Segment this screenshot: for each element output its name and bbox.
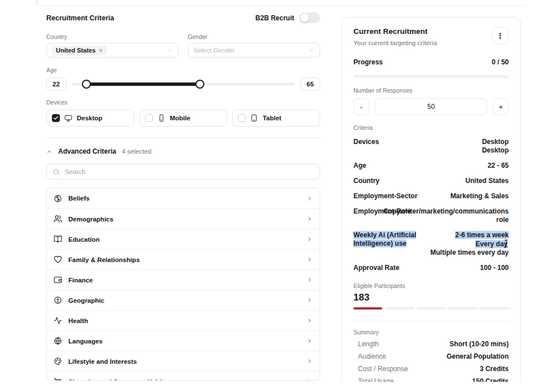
category-geographic[interactable]: Geographic [47, 290, 320, 310]
category-demographics[interactable]: Demographics [47, 208, 320, 229]
search-placeholder: Search [65, 168, 85, 175]
device-option-desktop[interactable]: Desktop [46, 110, 134, 127]
device-option-tablet[interactable]: Tablet [232, 110, 320, 127]
slider-handle-max[interactable] [195, 80, 204, 89]
chevron-up-icon [46, 149, 53, 155]
criteria-value: Desktop [482, 146, 509, 155]
country-chip: United States × [52, 46, 107, 55]
criteria-value: Desktop [482, 138, 509, 146]
category-label: Education [68, 236, 300, 243]
chevron-right-icon [307, 195, 313, 202]
cart-icon [54, 377, 62, 381]
category-label: Beliefs [68, 195, 300, 202]
checkbox-checked[interactable] [52, 114, 60, 122]
criteria-row-approval-rate: Approval Rate 100 - 100 [353, 264, 509, 272]
age-max-input[interactable]: 65 [300, 77, 320, 91]
summary-value: Short (10-20 mins) [449, 340, 509, 348]
viewport-crop-mask [0, 382, 542, 392]
criteria-key: Country [353, 177, 379, 185]
panel-title: Recruitment Criteria [46, 14, 114, 22]
advanced-criteria-label: Advanced Criteria [58, 147, 116, 155]
eligibility-meter [353, 307, 509, 310]
category-finance[interactable]: Finance [47, 269, 320, 290]
gender-label: Gender [188, 33, 321, 40]
category-education[interactable]: Education [47, 229, 320, 249]
card-divider [353, 321, 509, 321]
country-select[interactable]: United States × [46, 43, 179, 58]
criteria-value: Copywriter/marketing/communications role [373, 207, 509, 224]
section-divider [46, 137, 320, 138]
toggle-knob [300, 14, 309, 22]
criteria-key: Age [353, 162, 366, 170]
selected-text: 2-6 times a week [455, 231, 509, 239]
category-family-relationships[interactable]: Family & Relationships [47, 249, 320, 269]
chevron-right-icon [307, 277, 313, 283]
check-icon [53, 115, 59, 121]
meter-segment [480, 307, 509, 310]
progress-label: Progress [353, 58, 383, 66]
slider-active-range [86, 82, 200, 86]
chevron-right-icon [307, 378, 313, 381]
checkbox-unchecked[interactable] [145, 114, 153, 122]
monitor-icon [64, 114, 72, 122]
search-input[interactable]: Search [46, 164, 320, 180]
meter-segment [385, 307, 414, 310]
criteria-key: Approval Rate [353, 264, 399, 272]
advanced-criteria-toggle[interactable]: Advanced Criteria 4 selected [46, 147, 320, 155]
location-icon [54, 296, 62, 304]
category-label: Lifestyle and Interests [68, 358, 300, 365]
device-label: Mobile [170, 115, 190, 121]
category-lifestyle-interests[interactable]: Lifestyle and Interests [47, 351, 320, 371]
smartphone-icon [158, 114, 165, 122]
card-subtitle: Your current targeting criteria [353, 40, 437, 46]
responses-label: Number of Responses [353, 87, 509, 94]
card-title: Current Recruitment [353, 27, 437, 36]
chevron-down-icon [308, 47, 314, 54]
age-range-slider [72, 79, 294, 89]
progress-bar [353, 75, 509, 78]
checkbox-unchecked[interactable] [238, 114, 246, 122]
criteria-value: 22 - 65 [488, 162, 509, 170]
device-label: Desktop [77, 115, 102, 121]
summary-row-cost: Cost / Response 3 Credits [358, 365, 509, 373]
kebab-menu-button[interactable]: ⋮ [492, 27, 509, 44]
wallet-icon [54, 276, 62, 284]
summary-value: General Population [447, 352, 509, 360]
meter-segment-filled [353, 307, 382, 310]
device-option-mobile[interactable]: Mobile [139, 110, 228, 127]
text-cursor-icon [504, 239, 509, 247]
criteria-key: Devices [353, 138, 379, 155]
gender-select[interactable]: Select Gender [188, 43, 321, 58]
selected-text: Weekly Ai (Artificial Intelligence) use [353, 231, 416, 247]
selected-count: 4 selected [122, 148, 151, 155]
category-health[interactable]: Health [47, 310, 320, 330]
category-label: Shopping and Consumer Habits [68, 378, 300, 381]
b2b-recruit-toggle[interactable] [299, 12, 320, 23]
responses-input[interactable]: 50 [375, 98, 487, 115]
criteria-value: United States [465, 177, 509, 185]
top-divider-stub [37, 0, 37, 6]
eligible-participants-label: Eligible Participants [353, 282, 509, 289]
devices-label: Devices [46, 99, 320, 106]
increment-button[interactable]: + [493, 98, 509, 115]
users-icon [54, 215, 62, 223]
age-min-input[interactable]: 22 [46, 77, 66, 91]
category-shopping-habits[interactable]: Shopping and Consumer Habits [47, 371, 320, 381]
summary-key: Cost / Response [358, 365, 408, 373]
b2b-recruit-label: B2B Recruit [255, 14, 294, 22]
chevron-down-icon [167, 47, 173, 54]
category-languages[interactable]: Languages [47, 330, 320, 351]
device-label: Tablet [263, 115, 281, 121]
remove-country-icon[interactable]: × [99, 47, 102, 54]
recruitment-page: Recruitment Criteria B2B Recruit Country… [0, 0, 542, 392]
category-label: Finance [68, 277, 300, 284]
criteria-row-employment-role: Employment-Role Copywriter/marketing/com… [353, 207, 509, 224]
selected-text: Every day [475, 240, 508, 248]
chevron-right-icon [307, 338, 313, 344]
heart-icon [54, 255, 62, 264]
eligible-participants-value: 183 [353, 292, 509, 303]
category-beliefs[interactable]: Beliefs [47, 188, 320, 208]
slider-handle-min[interactable] [82, 80, 91, 89]
decrement-button[interactable]: - [353, 98, 369, 115]
criteria-value: Marketing & Sales [451, 192, 509, 201]
